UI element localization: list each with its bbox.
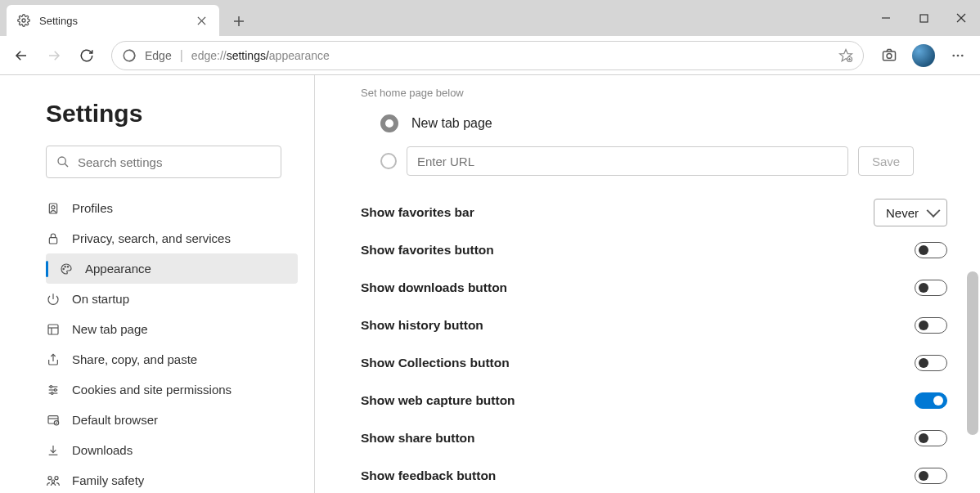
dropdown-value: Never — [886, 206, 919, 220]
home-page-hint: Set home page below — [361, 87, 947, 99]
setting-toggle-row: Show favorites button — [361, 231, 947, 269]
svg-rect-6 — [920, 15, 928, 22]
svg-point-38 — [54, 388, 56, 391]
svg-point-21 — [58, 157, 65, 164]
edge-logo-icon — [122, 48, 137, 63]
sidebar-item-downloads[interactable]: Downloads — [0, 435, 314, 465]
save-button[interactable]: Save — [858, 146, 914, 176]
tab-title: Settings — [39, 15, 185, 27]
sidebar-item-profiles[interactable]: Profiles — [0, 193, 314, 223]
svg-point-19 — [957, 54, 960, 56]
sidebar-label: Share, copy, and paste — [72, 352, 197, 366]
sidebar-label: New tab page — [72, 322, 148, 336]
titlebar: Settings — [0, 0, 980, 36]
page-title: Settings — [46, 100, 314, 128]
share-icon — [46, 353, 61, 366]
more-menu-button[interactable] — [942, 41, 973, 70]
sidebar-item-appearance[interactable]: Appearance — [46, 253, 298, 284]
family-icon — [46, 474, 61, 487]
new-tab-button[interactable] — [224, 7, 254, 36]
address-brand: Edge — [145, 49, 172, 62]
close-window-button[interactable] — [942, 5, 980, 31]
toggle-switch[interactable] — [915, 468, 947, 484]
download-icon — [46, 444, 61, 457]
radio-new-tab-page[interactable]: New tab page — [380, 109, 947, 138]
sidebar-item-share[interactable]: Share, copy, and paste — [0, 344, 314, 374]
web-capture-icon[interactable] — [874, 41, 905, 70]
toggle-switch[interactable] — [915, 317, 947, 334]
forward-button[interactable] — [39, 41, 69, 70]
sidebar-item-cookies[interactable]: Cookies and site permissions — [0, 374, 314, 405]
svg-point-28 — [67, 266, 68, 267]
svg-point-27 — [65, 266, 65, 267]
svg-rect-25 — [49, 237, 56, 243]
address-bar[interactable]: Edge | edge://settings/appearance — [111, 41, 864, 70]
setting-label: Show Collections button — [361, 356, 510, 370]
svg-point-0 — [22, 19, 25, 22]
sidebar-item-privacy[interactable]: Privacy, search, and services — [0, 223, 314, 253]
svg-point-37 — [50, 385, 52, 388]
palette-icon — [59, 262, 74, 276]
sidebar-label: On startup — [72, 292, 129, 306]
gear-icon — [16, 14, 31, 27]
setting-label: Show share button — [361, 431, 475, 446]
sliders-icon — [46, 383, 61, 397]
search-settings[interactable] — [46, 146, 281, 178]
setting-label: Show favorites bar — [361, 205, 474, 220]
search-icon — [56, 155, 70, 168]
svg-rect-30 — [48, 325, 58, 334]
toggle-switch[interactable] — [915, 392, 947, 409]
scrollbar[interactable] — [967, 271, 978, 435]
setting-toggle-row: Show feedback button — [361, 457, 947, 493]
sidebar-nav: Profiles Privacy, search, and services A… — [0, 193, 314, 493]
svg-point-20 — [961, 54, 964, 56]
sidebar-label: Family safety — [72, 473, 144, 487]
svg-point-45 — [48, 476, 52, 479]
setting-toggle-row: Show history button — [361, 307, 947, 344]
sidebar-label: Privacy, search, and services — [72, 231, 231, 245]
setting-toggle-row: Show Collections button — [361, 344, 947, 382]
setting-toggle-row: Show web capture button — [361, 382, 947, 419]
svg-point-24 — [52, 205, 55, 208]
power-icon — [46, 293, 61, 306]
setting-label: Show history button — [361, 318, 483, 333]
favorites-bar-dropdown[interactable]: Never — [874, 199, 947, 226]
radio-label: New tab page — [411, 116, 492, 131]
search-input[interactable] — [78, 155, 271, 169]
window-controls — [867, 0, 980, 36]
lock-icon — [46, 232, 61, 245]
radio-unselected-icon — [380, 153, 397, 169]
profile-avatar[interactable] — [908, 41, 939, 70]
back-button[interactable] — [7, 41, 36, 70]
sidebar-item-default-browser[interactable]: Default browser — [0, 405, 314, 435]
refresh-button[interactable] — [72, 41, 101, 70]
browser-icon — [46, 414, 61, 427]
toggle-switch[interactable] — [915, 355, 947, 371]
toolbar-right — [874, 41, 973, 70]
radio-custom-url[interactable]: Save — [380, 146, 947, 176]
sidebar-label: Cookies and site permissions — [72, 383, 232, 397]
toolbar: Edge | edge://settings/appearance — [0, 36, 980, 75]
maximize-button[interactable] — [905, 5, 942, 31]
toggle-switch[interactable] — [915, 430, 947, 446]
sidebar-item-family[interactable]: Family safety — [0, 465, 314, 493]
main-panel: Set home page below New tab page Save Sh… — [315, 75, 980, 493]
browser-tab[interactable]: Settings — [7, 5, 219, 36]
close-tab-button[interactable] — [193, 12, 209, 29]
minimize-button[interactable] — [867, 5, 905, 31]
home-url-input[interactable] — [407, 146, 848, 176]
sidebar-label: Appearance — [85, 262, 151, 276]
radio-selected-icon — [380, 114, 398, 132]
svg-point-26 — [63, 268, 64, 269]
sidebar-item-startup[interactable]: On startup — [0, 284, 314, 314]
setting-favorites-bar: Show favorites bar Never — [361, 194, 947, 231]
setting-label: Show feedback button — [361, 468, 496, 483]
sidebar-item-newtab[interactable]: New tab page — [0, 314, 314, 344]
svg-line-22 — [65, 164, 68, 167]
setting-label: Show web capture button — [361, 393, 515, 408]
grid-icon — [46, 323, 61, 336]
toggle-switch[interactable] — [915, 280, 947, 296]
setting-toggle-row: Show downloads button — [361, 269, 947, 307]
favorite-icon[interactable] — [838, 48, 853, 63]
toggle-switch[interactable] — [915, 242, 947, 258]
